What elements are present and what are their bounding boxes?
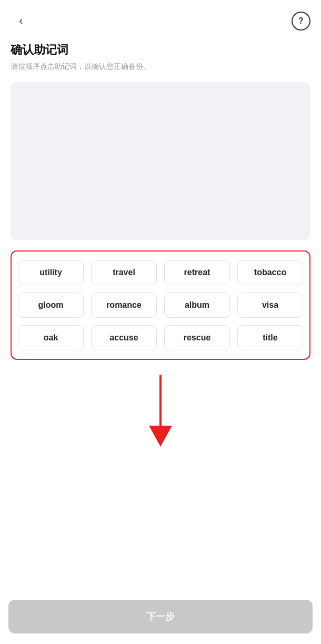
help-button[interactable]: ?: [292, 12, 310, 31]
word-chip[interactable]: travel: [91, 260, 157, 285]
word-chip[interactable]: oak: [18, 325, 84, 350]
page-subtitle: 请按顺序点击助记词，以确认您正确备份。: [11, 62, 310, 72]
word-chip[interactable]: gloom: [18, 293, 84, 318]
help-icon: ?: [298, 16, 304, 26]
back-button[interactable]: ‹: [11, 11, 32, 32]
word-chip[interactable]: retreat: [164, 260, 230, 285]
arrow-area: [11, 370, 310, 455]
arrow-icon: [139, 370, 182, 449]
word-chip[interactable]: rescue: [164, 325, 230, 350]
word-chip[interactable]: utility: [18, 260, 84, 285]
word-chip[interactable]: accuse: [91, 325, 157, 350]
page-title: 确认助记词: [11, 42, 310, 58]
word-grid-container: utilitytravelretreattobaccogloomromancea…: [11, 250, 310, 360]
back-icon: ‹: [19, 14, 23, 28]
page-content: 确认助记词 请按顺序点击助记词，以确认您正确备份。 utilitytravelr…: [0, 37, 321, 465]
word-grid: utilitytravelretreattobaccogloomromancea…: [18, 260, 303, 350]
next-button[interactable]: 下一步: [8, 600, 313, 633]
word-chip[interactable]: album: [164, 293, 230, 318]
svg-marker-1: [149, 426, 172, 447]
word-chip[interactable]: title: [237, 325, 303, 350]
bottom-section: [11, 370, 310, 455]
word-chip[interactable]: romance: [91, 293, 157, 318]
word-chip[interactable]: visa: [237, 293, 303, 318]
header: ‹ ?: [0, 0, 321, 37]
word-chip[interactable]: tobacco: [237, 260, 303, 285]
mnemonic-selection-area: [11, 82, 310, 240]
